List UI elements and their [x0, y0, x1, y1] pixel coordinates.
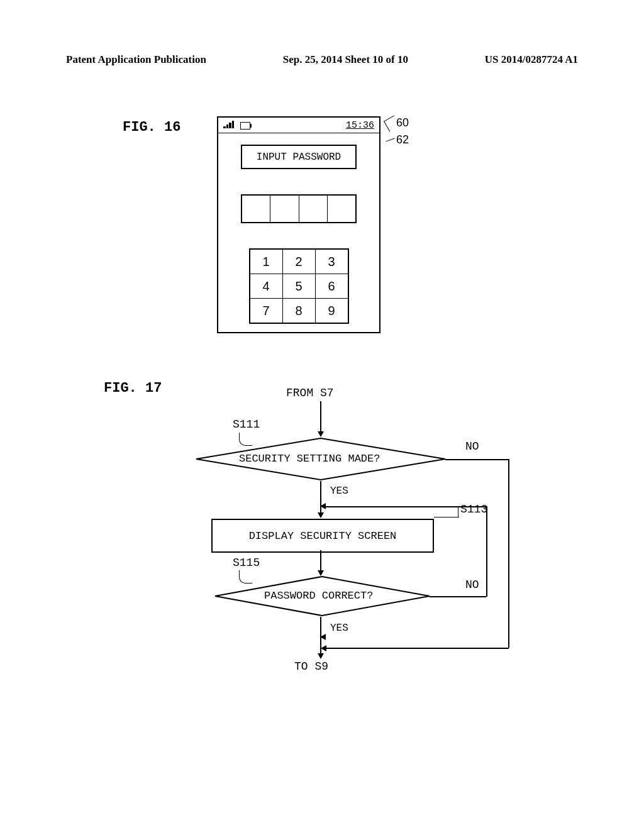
key-6[interactable]: 6	[316, 274, 348, 299]
arrow-merge-icon	[320, 503, 326, 509]
key-4[interactable]: 4	[250, 274, 283, 299]
key-2[interactable]: 2	[283, 250, 316, 274]
branch-no-2: NO	[465, 578, 479, 591]
figure-17-label: FIG. 17	[104, 380, 162, 396]
page-header: Patent Application Publication Sep. 25, …	[66, 53, 578, 66]
decision-password-correct-text: PASSWORD CORRECT?	[264, 590, 373, 602]
flow-line	[326, 648, 509, 649]
figure-16-label: FIG. 16	[123, 119, 180, 135]
signal-icon	[223, 121, 234, 128]
flow-line	[320, 401, 321, 433]
flow-line	[486, 506, 487, 597]
flow-line	[430, 596, 486, 597]
arrow-merge-icon	[321, 645, 326, 651]
lead-line-62	[386, 138, 395, 142]
flow-line	[326, 506, 487, 507]
key-1[interactable]: 1	[250, 250, 283, 274]
signal-battery-group	[223, 120, 250, 130]
clock-time: 15:36	[346, 120, 374, 131]
arrow-merge-icon	[320, 634, 326, 640]
from-s7-label: FROM S7	[286, 387, 334, 399]
password-digit-3[interactable]	[299, 196, 328, 222]
password-digit-2[interactable]	[270, 196, 299, 222]
key-3[interactable]: 3	[316, 250, 348, 274]
process-display-security-screen: DISPLAY SECURITY SCREEN	[211, 519, 434, 553]
password-field-row[interactable]	[241, 194, 357, 223]
arrow-down-icon	[318, 653, 324, 659]
password-digit-1[interactable]	[242, 196, 270, 222]
s113-lead-line-v	[458, 506, 459, 517]
branch-yes-2: YES	[330, 622, 348, 634]
to-s9-label: TO S9	[294, 660, 328, 673]
status-bar: 15:36	[218, 118, 379, 133]
key-7[interactable]: 7	[250, 299, 283, 323]
step-s111-label: S111	[233, 418, 260, 431]
step-s113-label: S113	[460, 503, 487, 516]
arrow-down-icon	[318, 431, 324, 437]
numeric-keypad: 1 2 3 4 5 6 7 8 9	[249, 248, 349, 324]
flow-line	[508, 459, 509, 648]
battery-icon	[240, 122, 250, 130]
key-8[interactable]: 8	[283, 299, 316, 323]
input-password-label: INPUT PASSWORD	[241, 145, 357, 169]
flow-line	[445, 459, 508, 460]
step-s115-label: S115	[233, 556, 260, 569]
key-9[interactable]: 9	[316, 299, 348, 323]
branch-no-1: NO	[465, 440, 479, 453]
flow-line	[320, 550, 321, 572]
decision-security-setting-text: SECURITY SETTING MADE?	[239, 453, 380, 465]
branch-yes-1: YES	[330, 485, 348, 497]
header-right: US 2014/0287724 A1	[485, 53, 578, 66]
key-5[interactable]: 5	[283, 274, 316, 299]
header-left: Patent Application Publication	[66, 53, 206, 66]
header-center: Sep. 25, 2014 Sheet 10 of 10	[283, 53, 408, 66]
password-digit-4[interactable]	[328, 196, 355, 222]
phone-screen: 15:36 INPUT PASSWORD 1 2 3 4 5 6 7 8 9	[217, 116, 380, 333]
s113-lead-line-h	[434, 517, 459, 518]
arrow-down-icon	[318, 512, 324, 518]
callout-62: 62	[396, 133, 409, 147]
